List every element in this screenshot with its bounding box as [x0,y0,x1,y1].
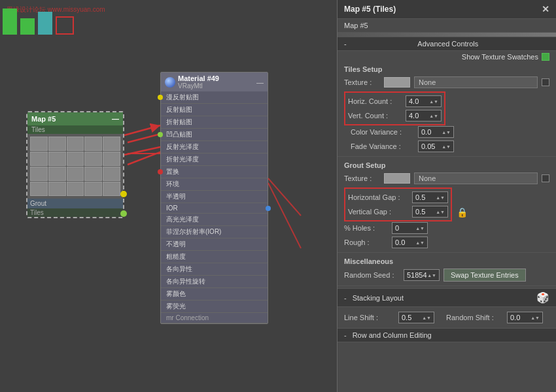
material-row-refract[interactable]: 折射贴图 [161,116,268,129]
grout-texture-none-btn[interactable]: None [414,172,538,184]
horiz-gap-row: Horizontal Gap : 0.5 ▲▼ [348,191,448,204]
node-dash2: — [256,78,264,86]
show-texture-checkbox[interactable] [542,53,549,61]
material-row-aniso[interactable]: 各向异性 [161,263,268,276]
rough-arrows[interactable]: ▲▼ [415,240,425,245]
material-row-anisorot[interactable]: 各向异性旋转 [161,276,268,288]
horiz-count-value: 4.0 [409,97,419,105]
vert-gap-value: 0.5 [415,208,425,216]
vert-count-value: 4.0 [409,112,419,120]
material-row-fogcolor[interactable]: 雾颜色 [161,288,268,301]
node-map5-header: Map #5 — [27,112,123,125]
vert-gap-arrows[interactable]: ▲▼ [436,210,445,214]
grout-texture-checkbox[interactable] [542,174,549,182]
node-map5[interactable]: Map #5 — Tiles [26,111,124,218]
socket-bump[interactable] [158,132,163,137]
socket-yellow-top[interactable] [120,191,127,197]
material-row-ior[interactable]: IOR [161,203,268,214]
grout-texture-row: Texture : None [338,171,556,186]
node-material-header: Material #49 VRayMtl — [161,73,268,91]
pct-holes-value: 0 [395,224,399,232]
material-row-opacity[interactable]: 不透明 [161,238,268,251]
grid-cell [48,137,66,151]
material-row-reflgloss[interactable]: 反射光泽度 [161,141,268,154]
color-variance-label: Color Variance : [351,128,413,136]
vert-count-arrows[interactable]: ▲▼ [429,114,438,118]
node-material49[interactable]: Material #49 VRayMtl — 漫反射贴图 反射贴图 折射贴图 凹… [160,72,268,324]
random-shift-input[interactable]: 0.0 ▲▼ [507,312,543,323]
socket-displace[interactable] [158,169,163,174]
grid-cell [48,152,66,166]
socket-ior-right[interactable] [266,206,271,211]
fade-variance-input[interactable]: 0.05 ▲▼ [418,140,454,152]
tiles-texture-checkbox[interactable] [542,78,549,86]
grid-cell [103,152,120,166]
material-title: Material #49 [178,74,219,82]
tiles-texture-none-btn[interactable]: None [414,76,538,88]
random-seed-arrows[interactable]: ▲▼ [427,273,436,278]
tiles-texture-swatch[interactable] [384,77,410,88]
rough-value: 0.0 [395,238,405,246]
rough-label: Rough : [344,238,387,246]
viewport: 思缘设计论坛 www.missyuan.com Map #5 — [0,0,337,392]
material-row-env[interactable]: 环境 [161,178,268,191]
bar-2 [20,18,35,35]
material-row-hlgloss[interactable]: 高光光泽度 [161,214,268,226]
rough-input[interactable]: 0.0 ▲▼ [392,237,428,248]
horiz-count-label: Horiz. Count : [348,97,400,105]
material-row-reflect[interactable]: 反射贴图 [161,104,268,116]
stacking-expand-icon: - [344,294,347,302]
panel-map-label: Map #5 [338,19,556,33]
material-subtitle: VRayMtl [178,82,219,90]
top-bar-decoration [0,1,118,37]
random-seed-input[interactable]: 51854 ▲▼ [404,269,440,281]
panel-title-bar: Map #5 (Tiles) ✕ [338,0,556,19]
grid-cell [30,167,48,181]
fade-variance-arrows[interactable]: ▲▼ [442,144,451,149]
grout-texture-swatch[interactable] [384,173,410,184]
bar-3 [38,12,52,35]
cube-icon: 🎲 [536,291,549,304]
row-col-editing-header[interactable]: - Row and Column Editing [338,328,556,342]
vert-count-label: Vert. Count : [348,112,400,120]
variance-section: Color Variance : 0.0 ▲▼ Fade Variance : … [351,125,454,153]
horiz-gap-arrows[interactable]: ▲▼ [436,195,445,200]
socket-green-mid[interactable] [120,210,127,217]
color-variance-input[interactable]: 0.0 ▲▼ [418,126,454,138]
material-row-translucent[interactable]: 半透明 [161,191,268,203]
pct-holes-arrows[interactable]: ▲▼ [415,226,425,231]
horiz-count-arrows[interactable]: ▲▼ [429,99,438,104]
svg-line-4 [124,147,160,155]
line-shift-label: Line Shift : [344,314,393,321]
swap-texture-entries-button[interactable]: Swap Texture Entries [443,269,526,282]
color-variance-arrows[interactable]: ▲▼ [442,130,451,135]
pct-holes-input[interactable]: 0 ▲▼ [392,222,428,234]
bar-red-outline [56,16,74,35]
stacking-layout-header[interactable]: - Stacking Layout 🎲 [338,288,556,307]
socket-diffuse[interactable] [158,95,163,100]
node-footer-tiles: Tiles [27,208,123,217]
grid-cell [103,167,120,181]
panel-close-button[interactable]: ✕ [542,4,549,14]
horiz-count-input[interactable]: 4.0 ▲▼ [406,95,442,107]
material-row-refrgloss[interactable]: 折射光泽度 [161,154,268,166]
random-shift-arrows[interactable]: ▲▼ [530,316,540,320]
color-variance-row: Color Variance : 0.0 ▲▼ [351,125,454,139]
pct-holes-row: % Holes : 0 ▲▼ [344,221,428,235]
line-shift-input[interactable]: 0.5 ▲▼ [398,312,434,323]
material-row-bump[interactable]: 凹凸贴图 [161,129,268,141]
vert-count-input[interactable]: 4.0 ▲▼ [406,110,442,122]
material-row-mrconn[interactable]: mr Connection [161,313,268,323]
material-sphere-icon [165,77,175,88]
line-shift-arrows[interactable]: ▲▼ [422,316,431,320]
vert-gap-input[interactable]: 0.5 ▲▼ [412,206,448,218]
grid-cell [48,182,66,196]
material-row-displace[interactable]: 置换 [161,166,268,178]
row-col-expand-icon: - [344,331,347,339]
material-row-rough[interactable]: 粗糙度 [161,251,268,263]
material-row-fresnior[interactable]: 菲涅尔折射率(IOR) [161,226,268,238]
advanced-controls-header[interactable]: - Advanced Controls [338,37,556,51]
horiz-gap-input[interactable]: 0.5 ▲▼ [412,191,448,203]
material-row-fogmult[interactable]: 雾荧光 [161,301,268,313]
material-row-diffuse[interactable]: 漫反射贴图 [161,91,268,104]
